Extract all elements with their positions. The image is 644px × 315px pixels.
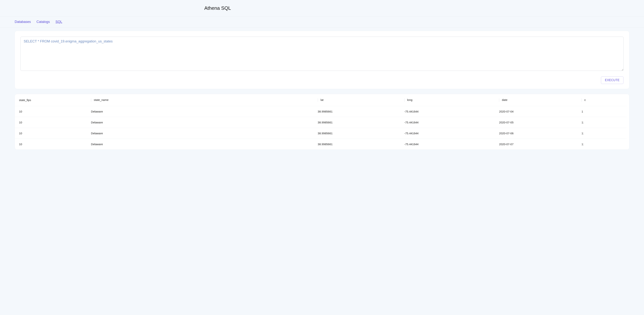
column-header-date[interactable]: date (497, 94, 580, 106)
table-row[interactable]: 10Delaware38.9985661-75.4416442020-07-07… (15, 139, 629, 150)
table-cell: Delaware (89, 128, 316, 139)
results-table: state_fipsstate_namelatlongdatec 10Delaw… (15, 94, 629, 150)
column-header-lat[interactable]: lat (316, 94, 402, 106)
column-separator (318, 98, 318, 102)
table-cell: 38.9985661 (316, 117, 402, 128)
column-separator (404, 98, 404, 102)
nav-tabs: DatabasesCatalogsSQL (0, 20, 644, 24)
table-cell: 38.9985661 (316, 139, 402, 150)
table-cell-overflow: 1: (580, 128, 629, 139)
table-cell: -75.441644 (402, 139, 497, 150)
sql-input[interactable] (20, 37, 624, 71)
table-cell: Delaware (89, 139, 316, 150)
table-cell: 10 (15, 117, 89, 128)
column-header-long[interactable]: long (402, 94, 497, 106)
column-header-state_name[interactable]: state_name (89, 94, 316, 106)
table-cell: -75.441644 (402, 117, 497, 128)
column-header-label: state_name (94, 98, 108, 101)
nav-bar: DatabasesCatalogsSQL (0, 16, 644, 27)
nav-tab-catalogs[interactable]: Catalogs (36, 20, 50, 24)
page-title: Athena SQL (190, 5, 454, 11)
column-header-overflow[interactable]: c (580, 94, 629, 106)
column-separator (91, 98, 91, 102)
column-separator (499, 98, 499, 102)
column-header-label: date (502, 98, 507, 101)
table-cell: Delaware (89, 106, 316, 117)
table-cell: 2020-07-04 (497, 106, 580, 117)
results-card: state_fipsstate_namelatlongdatec 10Delaw… (15, 94, 629, 150)
table-cell: 38.9985661 (316, 106, 402, 117)
table-row[interactable]: 10Delaware38.9985661-75.4416442020-07-06… (15, 128, 629, 139)
table-cell-overflow: 1: (580, 117, 629, 128)
table-cell: Delaware (89, 117, 316, 128)
column-header-label: state_fips (19, 98, 31, 102)
execute-button[interactable]: EXECUTE (601, 76, 624, 84)
table-cell: 10 (15, 128, 89, 139)
table-cell: 10 (15, 106, 89, 117)
table-cell: 2020-07-07 (497, 139, 580, 150)
table-row[interactable]: 10Delaware38.9985661-75.4416442020-07-04… (15, 106, 629, 117)
column-header-state_fips[interactable]: state_fips (15, 94, 89, 106)
table-cell-overflow: 1: (580, 139, 629, 150)
column-header-label: long (407, 98, 412, 101)
table-cell: 10 (15, 139, 89, 150)
header-bar: Athena SQL (0, 0, 644, 16)
results-scroll[interactable]: state_fipsstate_namelatlongdatec 10Delaw… (15, 94, 629, 150)
table-cell: -75.441644 (402, 106, 497, 117)
sql-editor-card: EXECUTE (15, 31, 629, 89)
nav-tab-sql[interactable]: SQL (56, 20, 62, 24)
nav-tab-databases[interactable]: Databases (15, 20, 31, 24)
table-cell: -75.441644 (402, 128, 497, 139)
table-header-row: state_fipsstate_namelatlongdatec (15, 94, 629, 106)
column-separator (582, 98, 582, 102)
table-cell-overflow: 1 (580, 106, 629, 117)
table-row[interactable]: 10Delaware38.9985661-75.4416442020-07-05… (15, 117, 629, 128)
column-header-label: c (584, 98, 586, 101)
table-cell: 38.9985661 (316, 128, 402, 139)
table-cell: 2020-07-05 (497, 117, 580, 128)
table-cell: 2020-07-06 (497, 128, 580, 139)
column-header-label: lat (320, 98, 324, 101)
